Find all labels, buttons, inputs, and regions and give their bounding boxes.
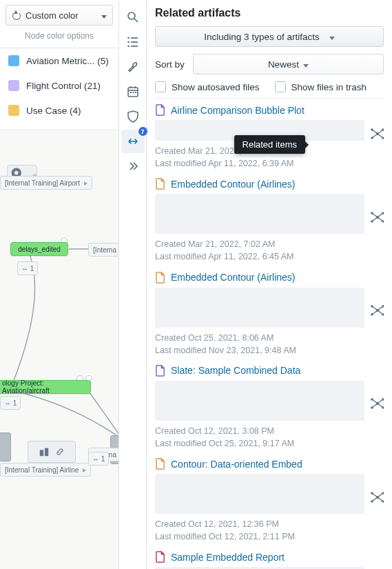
sort-by-label: Sort by xyxy=(155,59,185,70)
pill-label: ↔ 1 xyxy=(21,265,34,272)
artifact-results: Airline Comparison Bubble PlotCreated Ma… xyxy=(155,98,384,569)
artifact-created: Created Oct 25, 2021, 8:06 AM xyxy=(155,332,384,344)
chevron-right-icon xyxy=(81,466,86,474)
locate-in-graph-button[interactable] xyxy=(370,490,384,506)
artifact-modified: Last modified Nov 23, 2021, 9:48 AM xyxy=(155,344,384,357)
file-icon xyxy=(155,104,165,116)
file-icon xyxy=(155,272,165,283)
artifact-types-filter[interactable]: Including 3 types of artifacts xyxy=(155,26,384,47)
file-icon xyxy=(155,178,165,190)
node-label: ology Project: Aviation/aircraft xyxy=(2,379,83,395)
canvas-pill[interactable]: ↔ 1 xyxy=(88,452,109,466)
ontology-canvas[interactable]: [Internal Training] Airport delays_edite… xyxy=(0,130,118,569)
artifact-thumbnail xyxy=(155,474,364,514)
artifact-title-link[interactable]: Embedded Contour (Airlines) xyxy=(171,272,296,283)
chevron-down-icon xyxy=(101,10,107,21)
artifact-thumbnail xyxy=(155,288,364,328)
canvas-grey-block[interactable] xyxy=(0,432,11,461)
swatch-icon xyxy=(8,105,19,116)
rail-shield[interactable] xyxy=(121,105,145,128)
breadcrumb-label: [Internal Training] Airline xyxy=(5,466,79,474)
canvas-node-delays[interactable]: delays_edited xyxy=(10,242,68,256)
chevron-right-icon xyxy=(83,179,87,187)
category-item[interactable]: Use Case (4) xyxy=(0,98,118,123)
canvas-pill[interactable]: ↔ 1 xyxy=(17,261,38,275)
toolbar-rail: 7 xyxy=(119,0,147,569)
checkbox-show-autosaved[interactable]: Show autosaved files xyxy=(155,81,260,92)
rail-search[interactable] xyxy=(121,6,145,29)
svg-rect-26 xyxy=(45,448,48,457)
category-label: Aviation Metric... (5) xyxy=(26,56,109,66)
canvas-pill[interactable]: ↔ 1 xyxy=(0,396,21,410)
artifact-item: Embedded Contour (Airlines)Created Mar 2… xyxy=(155,172,384,266)
artifact-item: Sample Embedded ReportCreated Oct 5, 202… xyxy=(155,546,384,569)
artifact-modified: Last modified Oct 12, 2021, 2:11 PM xyxy=(155,530,384,543)
checkbox-icon xyxy=(275,81,286,92)
artifact-thumbnail xyxy=(155,194,364,234)
left-sidebar: Custom color Node color options Aviation… xyxy=(0,0,119,569)
chevron-down-icon xyxy=(299,59,309,70)
artifact-item: Slate: Sample Combined DataCreated Oct 1… xyxy=(155,359,384,452)
locate-in-graph-button[interactable] xyxy=(370,126,384,143)
artifact-title-link[interactable]: Airline Comparison Bubble Plot xyxy=(171,105,305,116)
pill-label: ↔ 1 xyxy=(4,399,17,407)
breadcrumb-label: [Interna xyxy=(93,246,116,254)
panel-title: Related artifacts xyxy=(155,7,384,19)
rail-list[interactable] xyxy=(121,30,145,54)
locate-in-graph-button[interactable] xyxy=(370,396,384,412)
artifact-created: Created Oct 12, 2021, 3:08 PM xyxy=(155,425,384,437)
artifact-thumbnail xyxy=(155,381,364,421)
file-icon xyxy=(155,551,165,563)
canvas-chip-airline-icons[interactable] xyxy=(28,441,76,463)
canvas-breadcrumb-airline[interactable]: [Internal Training] Airline xyxy=(0,463,91,477)
rail-tools[interactable] xyxy=(121,55,145,79)
locate-in-graph-button[interactable] xyxy=(370,303,384,319)
sort-value: Newest xyxy=(268,59,299,70)
artifact-title-link[interactable]: Embedded Contour (Airlines) xyxy=(171,179,296,190)
artifact-title-link[interactable]: Slate: Sample Combined Data xyxy=(171,365,300,376)
node-label: delays_edited xyxy=(18,246,61,253)
related-items-badge: 7 xyxy=(138,127,147,136)
related-artifacts-panel: Related artifacts Including 3 types of a… xyxy=(147,0,392,569)
swatch-icon xyxy=(8,80,19,91)
artifact-title-link[interactable]: Sample Embedded Report xyxy=(171,552,285,563)
node-color-select-label: Custom color xyxy=(25,10,101,21)
sort-by-select[interactable]: Newest xyxy=(193,54,384,74)
node-color-select[interactable]: Custom color xyxy=(6,5,113,26)
chevron-down-icon xyxy=(325,32,335,42)
category-list: Aviation Metric... (5) Flight Control (2… xyxy=(0,48,118,123)
locate-in-graph-button[interactable] xyxy=(370,210,384,226)
filter-label: Including 3 types of artifacts xyxy=(204,32,319,42)
rail-related-items[interactable]: 7 xyxy=(121,130,145,153)
buildings-icon xyxy=(39,446,50,457)
checkbox-label: Show autosaved files xyxy=(172,82,260,92)
artifact-modified: Last modified Oct 25, 2021, 9:17 AM xyxy=(155,437,384,450)
svg-point-24 xyxy=(14,171,19,175)
artifact-item: Embedded Contour (Airlines)Created Oct 2… xyxy=(155,266,384,359)
rail-calendar[interactable] xyxy=(121,80,145,103)
node-color-note: Node color options xyxy=(0,28,118,48)
breadcrumb-label: [Internal Training] Airport xyxy=(5,179,80,187)
artifact-modified: Last modified Apr 11, 2022, 6:39 AM xyxy=(155,157,384,170)
arrows-icon xyxy=(127,135,139,148)
tooltip-related-items: Related items xyxy=(234,135,305,154)
file-icon xyxy=(155,458,165,470)
canvas-breadcrumb-airport[interactable]: [Internal Training] Airport xyxy=(0,176,92,190)
artifact-item: Contour: Data-oriented EmbedCreated Oct … xyxy=(155,452,384,546)
rail-collapse[interactable] xyxy=(121,154,145,178)
canvas-node-aviation[interactable]: ology Project: Aviation/aircraft xyxy=(0,380,91,394)
category-item[interactable]: Flight Control (21) xyxy=(0,73,118,98)
droplet-icon xyxy=(12,10,20,20)
checkbox-show-trash[interactable]: Show files in trash xyxy=(275,81,367,92)
category-item[interactable]: Aviation Metric... (5) xyxy=(0,48,118,73)
artifact-title-link[interactable]: Contour: Data-oriented Embed xyxy=(171,459,302,470)
file-icon xyxy=(155,365,165,377)
canvas-breadcrumb-interna[interactable]: [Interna xyxy=(88,243,118,257)
pill-label: ↔ 1 xyxy=(92,455,105,463)
checkbox-label: Show files in trash xyxy=(291,82,367,92)
artifact-created: Created Mar 21, 2022, 7:02 AM xyxy=(155,238,384,250)
svg-rect-25 xyxy=(40,450,43,456)
checkbox-icon xyxy=(155,81,166,92)
artifact-modified: Last modified Apr 11, 2022, 6:45 AM xyxy=(155,250,384,263)
link-icon xyxy=(55,447,65,457)
